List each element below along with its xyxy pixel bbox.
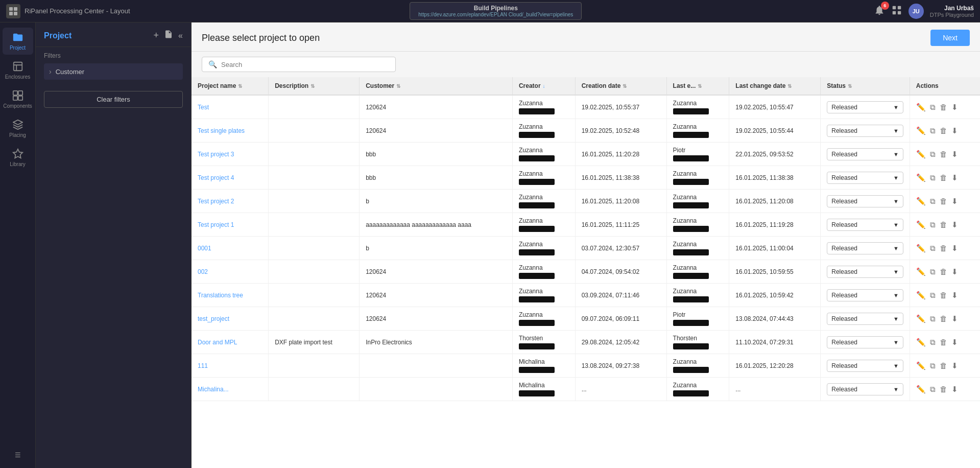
download-icon[interactable]: ⬇ [951, 314, 958, 323]
project-name-link[interactable]: Door and MPL [198, 339, 237, 346]
sidebar-item-placing[interactable]: Placing [3, 115, 33, 142]
file-icon[interactable] [164, 30, 173, 41]
delete-icon[interactable]: 🗑 [940, 361, 947, 370]
delete-icon[interactable]: 🗑 [940, 291, 947, 299]
add-button[interactable]: + [154, 30, 159, 41]
notification-button[interactable]: 6 [874, 5, 885, 17]
status-dropdown[interactable]: Released▼ [827, 289, 903, 301]
col-last-editor[interactable]: Last e...⇅ [666, 77, 729, 95]
edit-icon[interactable]: ✏️ [916, 338, 926, 347]
search-input[interactable] [221, 61, 389, 68]
col-creator[interactable]: Creator↓ [512, 77, 575, 95]
copy-icon[interactable]: ⧉ [930, 103, 936, 112]
delete-icon[interactable]: 🗑 [940, 150, 947, 158]
download-icon[interactable]: ⬇ [951, 267, 958, 276]
build-pipeline-box[interactable]: Build Pipelines https://dev.azure.com/ep… [410, 2, 582, 20]
delete-icon[interactable]: 🗑 [940, 338, 947, 346]
grid-icon[interactable] [891, 5, 902, 17]
edit-icon[interactable]: ✏️ [916, 244, 926, 253]
status-dropdown[interactable]: Released▼ [827, 125, 903, 137]
collapse-panel-button[interactable]: « [178, 31, 183, 40]
download-icon[interactable]: ⬇ [951, 244, 958, 253]
edit-icon[interactable]: ✏️ [916, 361, 926, 370]
copy-icon[interactable]: ⧉ [930, 314, 936, 323]
col-description[interactable]: Description⇅ [269, 77, 360, 95]
status-dropdown[interactable]: Released▼ [827, 383, 903, 395]
edit-icon[interactable]: ✏️ [916, 173, 926, 182]
sidebar-item-library[interactable]: Library [3, 144, 33, 171]
edit-icon[interactable]: ✏️ [916, 150, 926, 159]
project-name-link[interactable]: 002 [198, 268, 208, 275]
download-icon[interactable]: ⬇ [951, 197, 958, 206]
edit-icon[interactable]: ✏️ [916, 103, 926, 112]
project-name-link[interactable]: 111 [198, 362, 208, 369]
delete-icon[interactable]: 🗑 [940, 314, 947, 323]
delete-icon[interactable]: 🗑 [940, 173, 947, 182]
project-name-link[interactable]: Test project 3 [198, 151, 234, 158]
delete-icon[interactable]: 🗑 [940, 103, 947, 111]
delete-icon[interactable]: 🗑 [940, 220, 947, 229]
col-last-change-date[interactable]: Last change date⇅ [729, 77, 821, 95]
status-dropdown[interactable]: Released▼ [827, 148, 903, 160]
status-dropdown[interactable]: Released▼ [827, 266, 903, 278]
copy-icon[interactable]: ⧉ [930, 150, 936, 159]
project-name-link[interactable]: test_project [198, 315, 229, 322]
copy-icon[interactable]: ⧉ [930, 361, 936, 370]
copy-icon[interactable]: ⧉ [930, 267, 936, 276]
project-name-link[interactable]: Test project 4 [198, 174, 234, 181]
copy-icon[interactable]: ⧉ [930, 220, 936, 229]
delete-icon[interactable]: 🗑 [940, 126, 947, 135]
download-icon[interactable]: ⬇ [951, 103, 958, 112]
col-creation-date[interactable]: Creation date⇅ [575, 77, 666, 95]
project-name-link[interactable]: Michalina... [198, 386, 229, 393]
delete-icon[interactable]: 🗑 [940, 244, 947, 252]
status-dropdown[interactable]: Released▼ [827, 219, 903, 231]
delete-icon[interactable]: 🗑 [940, 385, 947, 393]
download-icon[interactable]: ⬇ [951, 338, 958, 347]
sidebar-item-enclosures[interactable]: Enclosures [3, 57, 33, 84]
clear-filters-button[interactable]: Clear filters [44, 91, 183, 108]
hamburger-icon[interactable]: ☰ [11, 447, 25, 463]
copy-icon[interactable]: ⧉ [930, 197, 936, 206]
next-button[interactable]: Next [930, 30, 970, 46]
delete-icon[interactable]: 🗑 [940, 197, 947, 205]
download-icon[interactable]: ⬇ [951, 385, 958, 394]
status-dropdown[interactable]: Released▼ [827, 101, 903, 113]
customer-filter-item[interactable]: › Customer [44, 63, 183, 80]
status-dropdown[interactable]: Released▼ [827, 360, 903, 372]
status-dropdown[interactable]: Released▼ [827, 313, 903, 325]
status-dropdown[interactable]: Released▼ [827, 195, 903, 207]
project-name-link[interactable]: Test [198, 104, 209, 111]
col-customer[interactable]: Customer⇅ [360, 77, 513, 95]
sidebar-item-components[interactable]: Components [3, 86, 33, 113]
project-name-link[interactable]: Test project 2 [198, 198, 234, 205]
delete-icon[interactable]: 🗑 [940, 267, 947, 276]
user-avatar[interactable]: JU [909, 4, 924, 19]
status-dropdown[interactable]: Released▼ [827, 172, 903, 184]
edit-icon[interactable]: ✏️ [916, 267, 926, 276]
sidebar-item-project[interactable]: Project [3, 28, 33, 55]
project-name-link[interactable]: 0001 [198, 245, 211, 252]
download-icon[interactable]: ⬇ [951, 361, 958, 370]
copy-icon[interactable]: ⧉ [930, 244, 936, 253]
copy-icon[interactable]: ⧉ [930, 126, 936, 135]
download-icon[interactable]: ⬇ [951, 291, 958, 300]
edit-icon[interactable]: ✏️ [916, 314, 926, 323]
copy-icon[interactable]: ⧉ [930, 385, 936, 394]
download-icon[interactable]: ⬇ [951, 173, 958, 182]
copy-icon[interactable]: ⧉ [930, 338, 936, 347]
col-project-name[interactable]: Project name⇅ [192, 77, 269, 95]
project-name-link[interactable]: Test single plates [198, 127, 245, 134]
download-icon[interactable]: ⬇ [951, 126, 958, 135]
project-name-link[interactable]: Test project 1 [198, 221, 234, 228]
col-status[interactable]: Status⇅ [821, 77, 910, 95]
edit-icon[interactable]: ✏️ [916, 291, 926, 300]
status-dropdown[interactable]: Released▼ [827, 336, 903, 348]
copy-icon[interactable]: ⧉ [930, 291, 936, 300]
edit-icon[interactable]: ✏️ [916, 220, 926, 229]
edit-icon[interactable]: ✏️ [916, 126, 926, 135]
edit-icon[interactable]: ✏️ [916, 197, 926, 206]
project-name-link[interactable]: Translations tree [198, 292, 243, 299]
download-icon[interactable]: ⬇ [951, 150, 958, 159]
download-icon[interactable]: ⬇ [951, 220, 958, 229]
